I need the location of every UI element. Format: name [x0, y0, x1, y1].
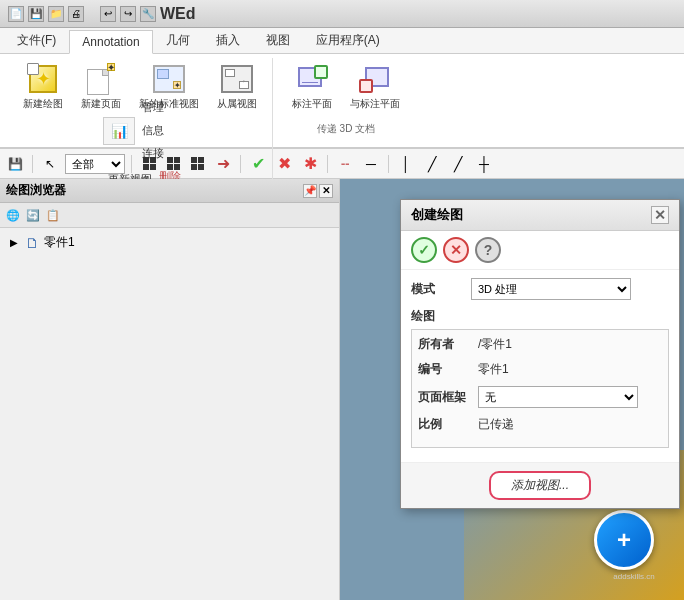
sidebar-btn-2[interactable]: 🔄: [24, 206, 42, 224]
tab-geometry[interactable]: 几何: [153, 27, 203, 53]
sep4: [327, 155, 328, 173]
dialog-help-btn[interactable]: ?: [475, 237, 501, 263]
with-mark-plane-button[interactable]: 与标注平面: [343, 58, 407, 116]
dialog-body: 模式 3D 处理 绘图 所有者 /零件1: [401, 270, 679, 462]
sidebar: 绘图浏览器 📌 ✕ 🌐 🔄 📋 ▶ 🗋 零件1: [0, 179, 340, 600]
main-area: 绘图浏览器 📌 ✕ 🌐 🔄 📋 ▶ 🗋 零件1 创建绘图: [0, 179, 684, 600]
star-status-btn[interactable]: ✱: [299, 153, 321, 175]
drawing-section-label: 绘图: [411, 308, 669, 325]
new-page-icon: ✦: [85, 63, 117, 95]
slash-icon-2[interactable]: ╱: [447, 153, 469, 175]
tree-expand[interactable]: ▶: [8, 237, 20, 249]
drawing-fields: 所有者 /零件1 编号 零件1 页面框架 无: [411, 329, 669, 448]
derived-view-icon: →: [221, 63, 253, 95]
print-icon[interactable]: 🖨: [68, 6, 84, 22]
x-status-btn[interactable]: ✖: [273, 153, 295, 175]
undo-icon[interactable]: ↩: [100, 6, 116, 22]
new-drawing-button[interactable]: ✦ 新建绘图: [16, 58, 70, 116]
tab-insert[interactable]: 插入: [203, 27, 253, 53]
line-icon-1[interactable]: ╌: [334, 153, 356, 175]
manage-small-col: 管理 信息 连接: [137, 96, 169, 166]
number-row: 编号 零件1: [418, 361, 662, 378]
dialog-close-btn[interactable]: ✕: [651, 206, 669, 224]
owner-label: 所有者: [418, 336, 478, 353]
page-frame-select[interactable]: 无: [478, 386, 638, 408]
sidebar-header-btns: 📌 ✕: [303, 184, 333, 198]
info-button[interactable]: 信息: [137, 120, 169, 141]
number-label: 编号: [418, 361, 478, 378]
content-area: 创建绘图 ✕ ✓ ✕ ? 模式 3D 处理: [340, 179, 684, 600]
sidebar-toolbar: 🌐 🔄 📋: [0, 203, 339, 228]
sidebar-title: 绘图浏览器: [6, 182, 66, 199]
manage-info-area: 📊 管理 信息 连接: [103, 96, 181, 166]
ribbon-group-transfer3d: 标注平面 与标注平面 传递 3D 文档: [277, 58, 415, 138]
with-mark-plane-icon: [359, 63, 391, 95]
sidebar-close-btn[interactable]: ✕: [319, 184, 333, 198]
add-view-button[interactable]: 添加视图...: [489, 471, 591, 500]
redo-icon[interactable]: ↪: [120, 6, 136, 22]
mark-plane-button[interactable]: 标注平面: [285, 58, 339, 116]
sidebar-content: ▶ 🗋 零件1: [0, 228, 339, 257]
dialog-overlay: 创建绘图 ✕ ✓ ✕ ? 模式 3D 处理: [340, 179, 684, 600]
slash-icon-1[interactable]: ╱: [421, 153, 443, 175]
line-icon-2[interactable]: ─: [360, 153, 382, 175]
dialog-toolbar: ✓ ✕ ?: [401, 231, 679, 270]
sep5: [388, 155, 389, 173]
sidebar-btn-3[interactable]: 📋: [44, 206, 62, 224]
mode-label: 模式: [411, 281, 471, 298]
mode-row: 模式 3D 处理: [411, 278, 669, 300]
cross-icon-1[interactable]: ┼: [473, 153, 495, 175]
dialog-title-text: 创建绘图: [411, 206, 463, 224]
scale-row: 比例 已传递: [418, 416, 662, 433]
derived-view-label: 从属视图: [217, 97, 257, 111]
number-value: 零件1: [478, 361, 662, 378]
new-drawing-icon: ✦: [27, 63, 59, 95]
sidebar-btn-1[interactable]: 🌐: [4, 206, 22, 224]
vline-icon-1[interactable]: │: [395, 153, 417, 175]
connect-button[interactable]: 连接: [137, 143, 169, 164]
new-drawing-label: 新建绘图: [23, 97, 63, 111]
doc-icon: 📄: [8, 6, 24, 22]
tree-root[interactable]: ▶ 🗋 零件1: [4, 232, 335, 253]
dialog-cancel-btn[interactable]: ✕: [443, 237, 469, 263]
tab-annotation[interactable]: Annotation: [69, 30, 152, 54]
page-frame-label: 页面框架: [418, 389, 478, 406]
page-frame-row: 页面框架 无: [418, 386, 662, 408]
manage-info-icon[interactable]: 📊: [103, 117, 135, 145]
new-standard-view-icon: ✦: [153, 63, 185, 95]
transfer3d-label: 传递 3D 文档: [317, 122, 375, 136]
tree-part1-label: 零件1: [44, 234, 75, 251]
tab-application[interactable]: 应用程序(A): [303, 27, 393, 53]
app-title: WEd: [160, 5, 196, 23]
dialog-confirm-btn[interactable]: ✓: [411, 237, 437, 263]
owner-row: 所有者 /零件1: [418, 336, 662, 353]
dialog-footer: 添加视图...: [401, 462, 679, 508]
derived-view-button[interactable]: → 从属视图: [210, 58, 264, 116]
tab-file[interactable]: 文件(F): [4, 27, 69, 53]
ribbon-tabs: 文件(F) Annotation 几何 插入 视图 应用程序(A): [0, 28, 684, 54]
scale-value: 已传递: [478, 416, 662, 433]
dialog-title-bar: 创建绘图 ✕: [401, 200, 679, 231]
sidebar-pin-btn[interactable]: 📌: [303, 184, 317, 198]
tree-doc-icon: 🗋: [24, 235, 40, 251]
mark-plane-label: 标注平面: [292, 97, 332, 111]
title-bar-icons: 📄 💾 📁 🖨 ↩ ↪ 🔧: [8, 6, 156, 22]
tools-icon[interactable]: 🔧: [140, 6, 156, 22]
scale-label: 比例: [418, 416, 478, 433]
folder-icon[interactable]: 📁: [48, 6, 64, 22]
title-bar: 📄 💾 📁 🖨 ↩ ↪ 🔧 WEd: [0, 0, 684, 28]
ribbon: ✦ 新建绘图 ✦ 新建页面: [0, 54, 684, 149]
mode-select[interactable]: 3D 处理: [471, 278, 631, 300]
with-mark-plane-label: 与标注平面: [350, 97, 400, 111]
tab-view[interactable]: 视图: [253, 27, 303, 53]
ribbon-group-settings: ✦ 新建绘图 ✦ 新建页面: [8, 58, 273, 191]
create-drawing-dialog: 创建绘图 ✕ ✓ ✕ ? 模式 3D 处理: [400, 199, 680, 509]
manage-button[interactable]: 管理: [137, 97, 169, 118]
sidebar-header: 绘图浏览器 📌 ✕: [0, 179, 339, 203]
save-icon[interactable]: 💾: [28, 6, 44, 22]
mark-plane-icon: [296, 63, 328, 95]
owner-value: /零件1: [478, 336, 662, 353]
